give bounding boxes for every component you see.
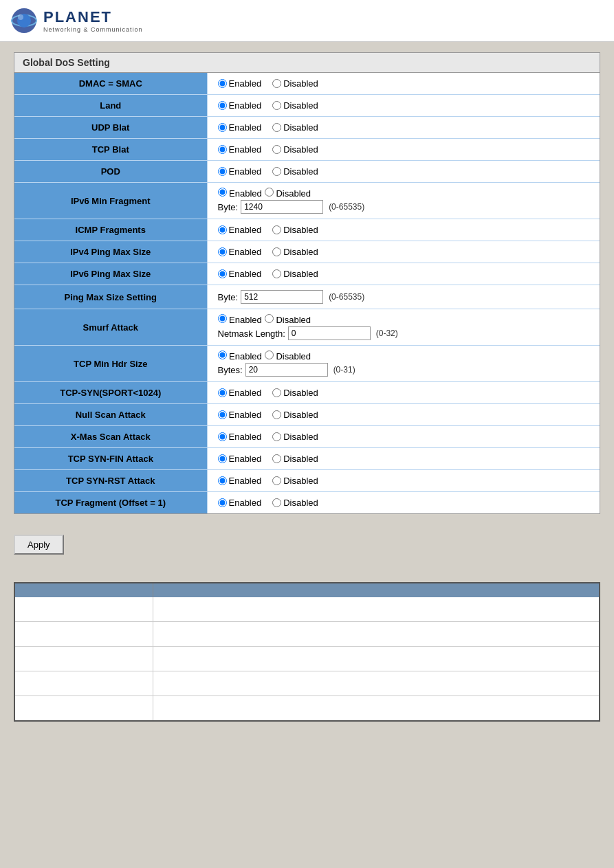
enabled-radio[interactable] xyxy=(218,225,227,234)
disabled-label[interactable]: Disabled xyxy=(272,144,318,155)
enabled-label[interactable]: Enabled xyxy=(218,78,262,89)
bottom-cell-col1 xyxy=(15,622,153,647)
disabled-label[interactable]: Disabled xyxy=(265,188,311,199)
disabled-label[interactable]: Disabled xyxy=(272,247,318,257)
enabled-label[interactable]: Enabled xyxy=(218,122,262,133)
enabled-label[interactable]: Enabled xyxy=(218,454,262,464)
enabled-radio[interactable] xyxy=(218,476,227,485)
enabled-label[interactable]: Enabled xyxy=(218,388,262,398)
enabled-label[interactable]: Enabled xyxy=(218,410,262,420)
disabled-label[interactable]: Disabled xyxy=(272,388,318,398)
disabled-radio[interactable] xyxy=(272,410,281,419)
enabled-label[interactable]: Enabled xyxy=(218,350,262,361)
disabled-radio[interactable] xyxy=(272,432,281,441)
disabled-radio[interactable] xyxy=(272,79,281,88)
planet-logo-icon xyxy=(10,7,38,34)
enabled-radio[interactable] xyxy=(218,314,227,323)
enabled-radio[interactable] xyxy=(218,123,227,132)
radio-row: Enabled Disabled xyxy=(218,350,590,361)
disabled-radio[interactable] xyxy=(265,188,274,197)
bottom-header-col2 xyxy=(153,583,599,597)
byte-input[interactable] xyxy=(288,326,371,340)
byte-input[interactable] xyxy=(241,290,323,304)
disabled-radio[interactable] xyxy=(272,388,281,397)
row-label: ICMP Fragments xyxy=(14,219,207,241)
row-value: Enabled Disabled xyxy=(207,241,600,263)
enabled-radio[interactable] xyxy=(218,350,227,359)
enabled-radio[interactable] xyxy=(218,167,227,176)
table-row: TCP SYN-FIN Attack Enabled Disabled xyxy=(14,448,600,470)
disabled-radio[interactable] xyxy=(265,350,274,359)
row-label: Land xyxy=(14,95,207,117)
enabled-radio[interactable] xyxy=(218,145,227,154)
disabled-radio[interactable] xyxy=(272,247,281,256)
enabled-label[interactable]: Enabled xyxy=(218,476,262,486)
disabled-radio[interactable] xyxy=(272,454,281,463)
enabled-label[interactable]: Enabled xyxy=(218,432,262,442)
enabled-label[interactable]: Enabled xyxy=(218,166,262,177)
disabled-label[interactable]: Disabled xyxy=(272,78,318,89)
enabled-label[interactable]: Enabled xyxy=(218,498,262,508)
disabled-radio[interactable] xyxy=(272,123,281,132)
enabled-radio[interactable] xyxy=(218,388,227,397)
enabled-label[interactable]: Enabled xyxy=(218,225,262,235)
disabled-label[interactable]: Disabled xyxy=(272,498,318,508)
enabled-radio[interactable] xyxy=(218,188,227,197)
disabled-label[interactable]: Disabled xyxy=(272,454,318,464)
table-row: DMAC = SMAC Enabled Disabled xyxy=(14,73,600,95)
logo-text: PLANET Networking & Communication xyxy=(43,8,143,33)
bottom-table-header-row xyxy=(15,583,599,597)
disabled-label[interactable]: Disabled xyxy=(272,122,318,133)
bottom-table-inner xyxy=(15,583,599,720)
enabled-radio[interactable] xyxy=(218,410,227,419)
enabled-radio[interactable] xyxy=(218,432,227,441)
byte-input[interactable] xyxy=(241,200,323,214)
enabled-radio[interactable] xyxy=(218,101,227,110)
apply-button[interactable]: Apply xyxy=(14,535,64,555)
row-value: Byte: (0-65535) xyxy=(207,285,600,309)
disabled-label[interactable]: Disabled xyxy=(272,225,318,235)
bottom-cell-col1 xyxy=(15,696,153,721)
enabled-label[interactable]: Enabled xyxy=(218,314,262,325)
settings-table: DMAC = SMAC Enabled Disabled Land Enable… xyxy=(14,73,600,513)
radio-group: Enabled Disabled xyxy=(218,225,590,235)
row-label: POD xyxy=(14,161,207,183)
disabled-radio[interactable] xyxy=(272,269,281,278)
disabled-radio[interactable] xyxy=(272,225,281,234)
table-row: Land Enabled Disabled xyxy=(14,95,600,117)
disabled-label[interactable]: Disabled xyxy=(272,100,318,111)
enabled-label[interactable]: Enabled xyxy=(218,188,262,199)
disabled-label[interactable]: Disabled xyxy=(272,476,318,486)
disabled-label[interactable]: Disabled xyxy=(265,350,311,361)
disabled-radio[interactable] xyxy=(272,101,281,110)
disabled-label[interactable]: Disabled xyxy=(272,432,318,442)
enabled-radio[interactable] xyxy=(218,269,227,278)
disabled-radio[interactable] xyxy=(272,167,281,176)
enabled-label[interactable]: Enabled xyxy=(218,100,262,111)
row-label: IPv6 Ping Max Size xyxy=(14,263,207,285)
bottom-cell-col2 xyxy=(153,696,599,721)
enabled-label[interactable]: Enabled xyxy=(218,144,262,155)
enabled-radio[interactable] xyxy=(218,247,227,256)
disabled-radio[interactable] xyxy=(272,145,281,154)
disabled-radio[interactable] xyxy=(265,314,274,323)
enabled-radio[interactable] xyxy=(218,498,227,507)
disabled-label[interactable]: Disabled xyxy=(272,410,318,420)
disabled-radio[interactable] xyxy=(272,498,281,507)
table-row: X-Mas Scan Attack Enabled Disabled xyxy=(14,426,600,448)
row-label: Smurf Attack xyxy=(14,309,207,346)
disabled-radio[interactable] xyxy=(272,476,281,485)
bottom-table-row xyxy=(15,696,599,721)
input-label: Byte: xyxy=(218,292,239,302)
disabled-label[interactable]: Disabled xyxy=(272,269,318,279)
enabled-label[interactable]: Enabled xyxy=(218,247,262,257)
table-row: TCP Blat Enabled Disabled xyxy=(14,139,600,161)
enabled-radio[interactable] xyxy=(218,79,227,88)
radio-group: Enabled Disabled xyxy=(218,476,590,486)
disabled-label[interactable]: Disabled xyxy=(272,166,318,177)
bottom-table-row xyxy=(15,622,599,647)
enabled-radio[interactable] xyxy=(218,454,227,463)
enabled-label[interactable]: Enabled xyxy=(218,269,262,279)
byte-input[interactable] xyxy=(245,363,328,377)
disabled-label[interactable]: Disabled xyxy=(265,314,311,325)
